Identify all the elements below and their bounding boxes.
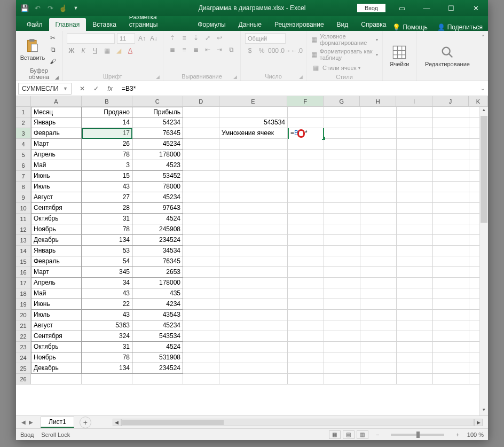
cell[interactable]: 53 [82, 246, 132, 256]
cell[interactable] [360, 256, 397, 267]
cell[interactable]: Апрель [31, 278, 82, 288]
cell[interactable] [397, 278, 433, 288]
percent-icon[interactable]: % [257, 46, 266, 56]
cell[interactable] [397, 331, 433, 342]
row-header[interactable]: 8 [16, 182, 31, 192]
cell[interactable]: 31 [82, 214, 132, 224]
redo-icon[interactable]: ↷ [46, 4, 54, 12]
sheet-nav-prev-icon[interactable]: ◀ [21, 419, 26, 425]
cell[interactable] [288, 320, 324, 331]
font-name-combo[interactable] [67, 33, 115, 44]
cell[interactable] [433, 374, 469, 385]
cell[interactable]: 76345 [132, 128, 183, 139]
cell[interactable]: 435 [132, 288, 183, 299]
cell[interactable] [183, 352, 219, 363]
cell[interactable] [288, 331, 324, 342]
cell[interactable] [324, 342, 360, 352]
cell[interactable]: 78 [82, 352, 132, 363]
cell[interactable] [288, 256, 324, 267]
cell[interactable] [288, 192, 324, 203]
cell[interactable] [219, 214, 288, 224]
paste-button[interactable]: Вставить [20, 33, 45, 66]
cond-format-icon[interactable]: ▦ [311, 35, 318, 44]
cell[interactable]: Март [31, 139, 82, 150]
cell[interactable]: 178000 [132, 150, 183, 160]
col-header-i[interactable]: I [396, 96, 432, 106]
cell[interactable] [288, 182, 324, 192]
cell[interactable] [397, 107, 433, 117]
cell[interactable] [324, 160, 360, 171]
cell[interactable] [433, 267, 469, 278]
cell[interactable] [288, 150, 324, 160]
name-box[interactable]: СУММЕСЛИ ▼ [18, 83, 72, 95]
cell[interactable] [324, 352, 360, 363]
cell[interactable] [219, 171, 288, 182]
cell[interactable] [433, 310, 469, 320]
col-header-j[interactable]: J [432, 96, 469, 106]
italic-icon[interactable]: К [78, 46, 88, 56]
cell[interactable] [433, 107, 469, 117]
cell[interactable]: Сентября [31, 203, 82, 214]
cell[interactable]: Прибыль [132, 107, 183, 117]
cell[interactable] [219, 310, 288, 320]
currency-icon[interactable]: $ [245, 46, 255, 56]
cell[interactable]: 543534 [219, 117, 288, 128]
cell[interactable] [397, 235, 433, 246]
bold-icon[interactable]: Ж [67, 46, 76, 56]
cell[interactable] [397, 182, 433, 192]
cell[interactable] [288, 117, 324, 128]
cell[interactable] [433, 246, 469, 256]
cell[interactable]: 54 [82, 256, 132, 267]
cell[interactable] [433, 288, 469, 299]
cell[interactable]: 34 [82, 278, 132, 288]
cell[interactable] [183, 182, 219, 192]
cell[interactable] [433, 139, 469, 150]
row-header[interactable]: 23 [16, 342, 31, 352]
cell[interactable] [360, 171, 397, 182]
cell[interactable]: 134 [82, 363, 132, 374]
cell[interactable] [324, 139, 360, 150]
row-header[interactable]: 10 [16, 203, 31, 214]
underline-icon[interactable]: Ч [90, 46, 100, 56]
col-header-d[interactable]: D [183, 96, 219, 106]
login-button[interactable]: Вход [357, 4, 385, 12]
cell-styles-icon[interactable]: ▦ [311, 63, 320, 73]
cell[interactable] [360, 288, 397, 299]
cell[interactable] [360, 192, 397, 203]
cell[interactable]: Февраль [31, 128, 82, 139]
cell[interactable] [360, 150, 397, 160]
add-sheet-icon[interactable]: + [80, 417, 91, 428]
cell[interactable] [324, 107, 360, 117]
cell[interactable]: Август [31, 192, 82, 203]
cell[interactable] [183, 224, 219, 235]
orientation-icon[interactable]: ⤢ [203, 33, 212, 43]
cell[interactable] [433, 203, 469, 214]
cell[interactable] [433, 224, 469, 235]
cell[interactable]: 14 [82, 117, 132, 128]
cell[interactable]: Сентября [31, 331, 82, 342]
cell[interactable] [219, 288, 288, 299]
cell[interactable] [360, 320, 397, 331]
cell[interactable] [360, 160, 397, 171]
cell[interactable] [183, 310, 219, 320]
align-right-icon[interactable]: ≣ [191, 45, 201, 54]
tell-me-label[interactable]: Помощь [403, 23, 427, 31]
cell[interactable] [360, 139, 397, 150]
cell[interactable] [397, 288, 433, 299]
align-launcher-icon[interactable]: ◢ [233, 74, 237, 80]
col-header-k[interactable]: K [469, 96, 488, 106]
cell[interactable]: 234524 [132, 363, 183, 374]
format-painter-icon[interactable]: 🖌 [48, 57, 58, 66]
cell[interactable]: 78000 [132, 182, 183, 192]
sheet-nav-next-icon[interactable]: ▶ [29, 419, 33, 425]
undo-icon[interactable]: ↶ [33, 4, 42, 12]
cell[interactable] [183, 331, 219, 342]
cell[interactable]: Январь [31, 117, 82, 128]
cell[interactable] [360, 203, 397, 214]
cell[interactable] [183, 160, 219, 171]
cell[interactable]: 15 [82, 171, 132, 182]
dec-decimal-icon[interactable]: ←.0 [292, 46, 302, 56]
row-header[interactable]: 4 [16, 139, 31, 150]
cell[interactable] [360, 224, 397, 235]
cell[interactable] [397, 150, 433, 160]
